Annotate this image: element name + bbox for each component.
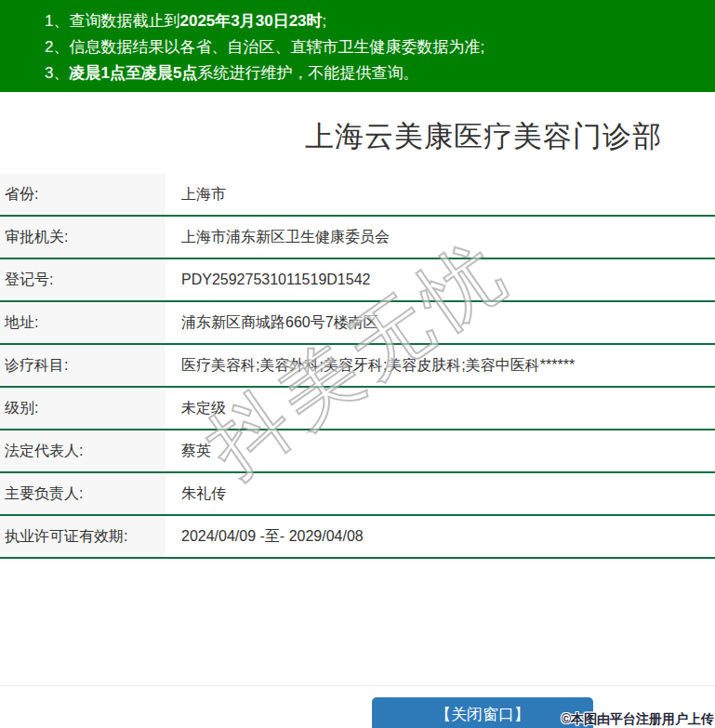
- row-value: 医疗美容科;美容外科;美容牙科;美容皮肤科;美容中医科******: [166, 345, 575, 386]
- table-row-medical-subjects: 诊疗科目: 医疗美容科;美容外科;美容牙科;美容皮肤科;美容中医科******: [0, 345, 715, 388]
- copyright-watermark: ©本图由平台注册用户上传: [562, 711, 714, 728]
- row-value: PDY25927531011519D1542: [166, 259, 370, 300]
- institution-info-table: 省份: 上海市 审批机关: 上海市浦东新区卫生健康委员会 登记号: PDY259…: [0, 174, 715, 559]
- row-value: 上海市浦东新区卫生健康委员会: [166, 217, 390, 258]
- table-row-registration-number: 登记号: PDY25927531011519D1542: [0, 259, 715, 302]
- row-label: 省份:: [0, 174, 166, 215]
- table-row-legal-representative: 法定代表人: 蔡英: [0, 430, 715, 473]
- row-label: 地址:: [0, 302, 166, 343]
- row-label: 审批机关:: [0, 217, 166, 258]
- table-row-address: 地址: 浦东新区商城路660号7楼南区: [0, 302, 715, 345]
- row-label: 主要负责人:: [0, 473, 166, 514]
- close-window-button[interactable]: 【关闭窗口】: [372, 697, 593, 728]
- table-row-approval-authority: 审批机关: 上海市浦东新区卫生健康委员会: [0, 217, 715, 259]
- notice-line-3: 3、凌晨1点至凌晨5点系统进行维护，不能提供查询。: [45, 60, 706, 86]
- row-label: 法定代表人:: [0, 430, 166, 471]
- notice-line-1: 1、查询数据截止到2025年3月30日23时;: [45, 8, 706, 34]
- row-label: 诊疗科目:: [0, 345, 166, 386]
- row-value: 2024/04/09 -至- 2029/04/08: [166, 516, 364, 557]
- row-label: 级别:: [0, 388, 166, 429]
- row-value: 未定级: [166, 388, 226, 429]
- query-result-page: 1、查询数据截止到2025年3月30日23时; 2、信息数据结果以各省、自治区、…: [0, 0, 715, 728]
- table-row-license-validity: 执业许可证有效期: 2024/04/09 -至- 2029/04/08: [0, 516, 715, 559]
- notice-banner: 1、查询数据截止到2025年3月30日23时; 2、信息数据结果以各省、自治区、…: [0, 0, 715, 92]
- row-label: 登记号:: [0, 259, 166, 300]
- table-row-principal: 主要负责人: 朱礼传: [0, 473, 715, 516]
- result-content: 上海云美康医疗美容门诊部 省份: 上海市 审批机关: 上海市浦东新区卫生健康委员…: [0, 92, 715, 728]
- row-value: 上海市: [166, 174, 226, 215]
- row-value: 浦东新区商城路660号7楼南区: [166, 302, 378, 343]
- table-row-province: 省份: 上海市: [0, 174, 715, 217]
- row-value: 朱礼传: [166, 473, 226, 514]
- row-value: 蔡英: [166, 430, 211, 471]
- footer-divider: [0, 685, 715, 686]
- institution-name-title: 上海云美康医疗美容门诊部: [0, 117, 715, 156]
- notice-line-2: 2、信息数据结果以各省、自治区、直辖市卫生健康委数据为准;: [45, 34, 706, 60]
- table-row-level: 级别: 未定级: [0, 388, 715, 430]
- row-label: 执业许可证有效期:: [0, 516, 166, 557]
